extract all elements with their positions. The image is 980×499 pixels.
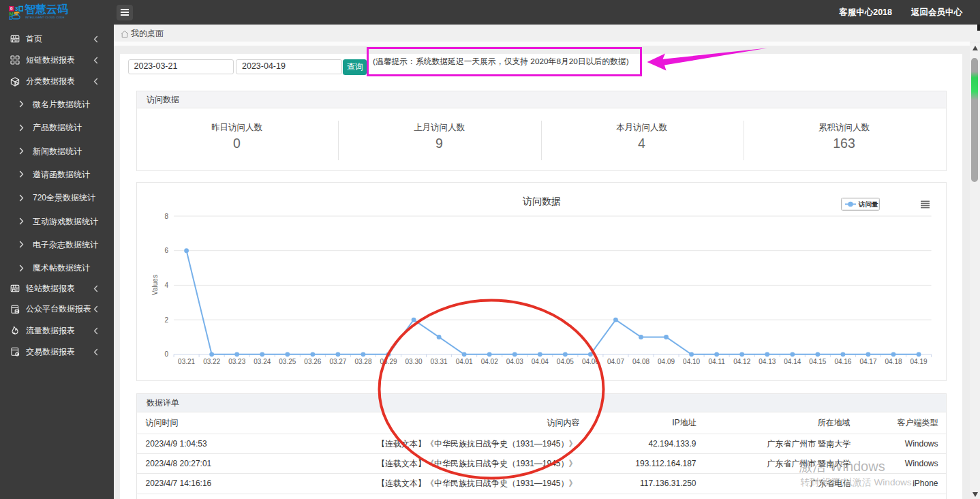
svg-text:04.07: 04.07 [607, 358, 624, 365]
svg-text:03.27: 03.27 [329, 358, 346, 365]
svg-text:04.12: 04.12 [733, 358, 750, 365]
svg-text:04.19: 04.19 [910, 358, 927, 365]
svg-text:03.22: 03.22 [203, 358, 220, 365]
svg-text:04.18: 04.18 [885, 358, 902, 365]
svg-text:04.10: 04.10 [683, 358, 700, 365]
svg-text:04.09: 04.09 [658, 358, 675, 365]
svg-text:04.08: 04.08 [632, 358, 649, 365]
svg-text:8: 8 [164, 212, 168, 220]
svg-text:4: 4 [164, 281, 168, 288]
svg-text:2: 2 [164, 316, 168, 323]
svg-text:04.11: 04.11 [708, 358, 725, 365]
svg-text:访问量: 访问量 [858, 200, 878, 208]
svg-text:Values: Values [151, 275, 159, 295]
svg-text:6: 6 [164, 247, 168, 254]
svg-text:03.23: 03.23 [228, 358, 245, 365]
svg-text:03.26: 03.26 [304, 358, 321, 365]
svg-text:03.25: 03.25 [279, 358, 296, 365]
svg-text:04.13: 04.13 [759, 358, 776, 365]
svg-text:03.21: 03.21 [178, 358, 195, 365]
svg-text:04.16: 04.16 [834, 358, 851, 365]
svg-text:3: 3 [15, 5, 18, 12]
svg-text:04.14: 04.14 [784, 358, 801, 365]
svg-text:03.28: 03.28 [354, 358, 371, 365]
svg-text:03.24: 03.24 [254, 358, 271, 365]
svg-text:04.17: 04.17 [859, 358, 876, 365]
svg-text:04.15: 04.15 [809, 358, 826, 365]
svg-text:访问数据: 访问数据 [522, 196, 561, 207]
svg-text:0: 0 [164, 350, 168, 358]
